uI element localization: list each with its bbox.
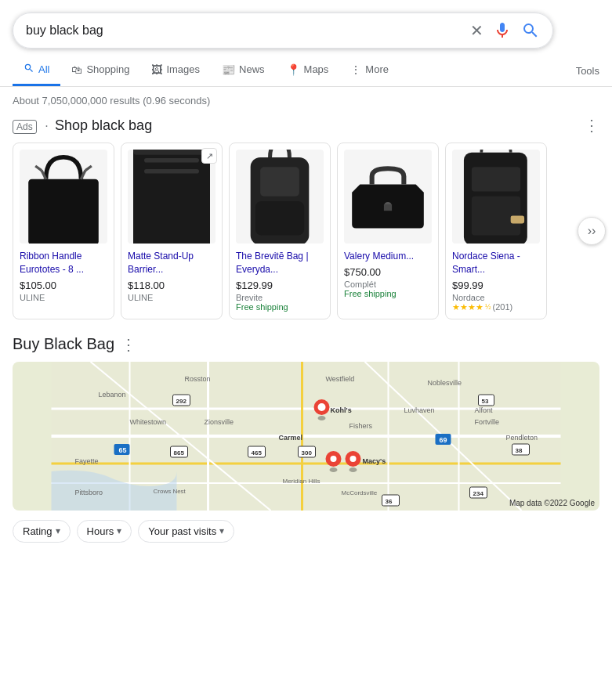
svg-text:Pittsboro: Pittsboro: [75, 489, 103, 496]
bag-svg-3: [344, 161, 432, 233]
svg-point-67: [318, 416, 326, 420]
product-image-1: ↗: [128, 150, 215, 244]
more-tab-icon: ⋮: [350, 63, 361, 76]
filter-chip-rating[interactable]: Rating ▾: [13, 520, 71, 543]
product-card-0[interactable]: Ribbon Handle Eurototes - 8 ... $105.00 …: [13, 143, 114, 319]
svg-text:65: 65: [119, 446, 127, 454]
filter-chip-hours-label: Hours: [87, 525, 114, 537]
product-title-4: Nordace Siena - Smart...: [452, 250, 540, 276]
ads-more-icon[interactable]: ⋮: [584, 116, 599, 135]
svg-rect-13: [384, 204, 392, 211]
svg-text:465: 465: [252, 449, 263, 456]
bag-svg-2: [236, 150, 324, 244]
svg-text:865: 865: [174, 449, 185, 456]
svg-rect-11: [255, 201, 304, 236]
product-price-4: $99.99: [452, 280, 540, 291]
map-container[interactable]: Lebanon Rosston Westfield Noblesville Wh…: [13, 362, 599, 511]
map-section: Buy Black Bag ⋮ Lebanon Rosston W: [0, 319, 612, 511]
tab-all-label: All: [38, 63, 49, 75]
svg-line-4: [85, 166, 92, 171]
product-shipping-3: Free shipping: [344, 289, 432, 298]
filter-chips: Rating ▾ Hours ▾ Your past visits ▾: [0, 511, 612, 543]
tab-news-label: News: [239, 63, 265, 75]
filter-chip-hours[interactable]: Hours ▾: [77, 520, 132, 543]
tab-images[interactable]: 🖼 Images: [140, 56, 211, 86]
svg-text:Fortville: Fortville: [475, 418, 500, 426]
svg-text:234: 234: [473, 490, 484, 497]
tab-more[interactable]: ⋮ More: [339, 56, 400, 86]
svg-text:53: 53: [482, 398, 489, 405]
svg-rect-5: [133, 150, 210, 244]
svg-text:Meridian Hills: Meridian Hills: [283, 478, 320, 485]
tab-more-label: More: [365, 63, 389, 75]
svg-point-75: [330, 467, 338, 472]
news-tab-icon: 📰: [222, 63, 235, 76]
svg-point-71: [349, 467, 357, 472]
product-store-4: Nordace: [452, 293, 540, 302]
ads-section: Ads · Shop black bag ⋮: [0, 110, 612, 319]
tab-news[interactable]: 📰 News: [211, 56, 276, 86]
svg-text:292: 292: [176, 398, 187, 405]
product-card-3[interactable]: Valery Medium... $750.00 Complét Free sh…: [337, 143, 439, 319]
svg-rect-7: [144, 169, 199, 174]
product-card-4[interactable]: Nordace Siena - Smart... $99.99 Nordace …: [445, 143, 547, 319]
svg-text:Kohl's: Kohl's: [331, 406, 352, 414]
bag-svg-4: [452, 150, 540, 244]
clear-icon[interactable]: ✕: [470, 21, 483, 40]
tab-maps[interactable]: 📍 Maps: [276, 56, 340, 86]
svg-line-3: [35, 166, 42, 171]
search-submit-icon[interactable]: [521, 21, 540, 40]
ads-label: Ads: [13, 120, 37, 134]
svg-point-69: [318, 403, 326, 411]
map-more-icon[interactable]: ⋮: [121, 335, 136, 354]
ads-header: Ads · Shop black bag ⋮: [13, 116, 599, 135]
ads-title: Shop black bag: [55, 117, 152, 133]
svg-text:Crows Nest: Crows Nest: [154, 488, 186, 495]
nav-tabs: All 🛍 Shopping 🖼 Images 📰 News 📍 Maps ⋮ …: [0, 49, 612, 87]
product-price-2: $129.99: [236, 280, 324, 291]
stars-4: ★★★★: [452, 302, 483, 312]
review-count-4: (201): [493, 302, 513, 312]
search-bar-container: ✕: [0, 0, 612, 49]
carousel-next-button[interactable]: ››: [578, 217, 606, 245]
product-carousel: Ribbon Handle Eurototes - 8 ... $105.00 …: [13, 143, 599, 319]
svg-text:Noblesville: Noblesville: [428, 379, 462, 387]
product-card-2[interactable]: The Brevitē Bag | Everydа... $129.99 Bre…: [229, 143, 331, 319]
images-tab-icon: 🖼: [151, 63, 162, 76]
svg-text:Fayette: Fayette: [75, 457, 99, 465]
map-svg: Lebanon Rosston Westfield Noblesville Wh…: [13, 362, 599, 511]
filter-chip-past-visits[interactable]: Your past visits ▾: [138, 520, 234, 543]
svg-rect-16: [472, 197, 520, 236]
map-section-header: Buy Black Bag ⋮: [13, 335, 599, 354]
tab-images-label: Images: [166, 63, 200, 75]
svg-text:Westfield: Westfield: [326, 375, 355, 383]
svg-text:Alfont: Alfont: [475, 406, 494, 414]
svg-point-77: [331, 456, 337, 462]
chevron-right-icon: ››: [588, 224, 596, 238]
expand-icon-1[interactable]: ↗: [201, 150, 215, 164]
product-price-3: $750.00: [344, 266, 432, 278]
bag-svg-0: [20, 150, 107, 244]
search-bar: ✕: [13, 13, 553, 49]
svg-point-73: [350, 456, 357, 462]
product-title-2: The Brevitē Bag | Everydа...: [236, 250, 324, 276]
mic-icon[interactable]: [493, 21, 512, 40]
product-carousel-wrapper: Ribbon Handle Eurototes - 8 ... $105.00 …: [13, 143, 599, 319]
tab-all[interactable]: All: [13, 55, 60, 86]
ads-dot: ·: [45, 119, 48, 132]
bag-svg-1: [128, 150, 215, 244]
chevron-down-icon-past-visits: ▾: [219, 525, 224, 536]
tab-shopping[interactable]: 🛍 Shopping: [60, 56, 140, 86]
chevron-down-icon-hours: ▾: [117, 525, 121, 536]
tools-tab[interactable]: Tools: [576, 65, 612, 77]
search-input[interactable]: [26, 23, 470, 38]
product-price-1: $118.00: [128, 280, 215, 291]
search-tab-icon: [24, 63, 34, 76]
svg-text:38: 38: [516, 447, 523, 454]
svg-rect-10: [260, 168, 299, 197]
ads-title-area: Ads · Shop black bag: [13, 117, 152, 134]
product-card-1[interactable]: ↗ Matte Stand-Up Barrier... $118.00 ULIN…: [121, 143, 223, 319]
svg-text:Pendleton: Pendleton: [506, 434, 538, 442]
product-image-4: [452, 150, 540, 244]
product-title-0: Ribbon Handle Eurototes - 8 ...: [20, 250, 107, 276]
